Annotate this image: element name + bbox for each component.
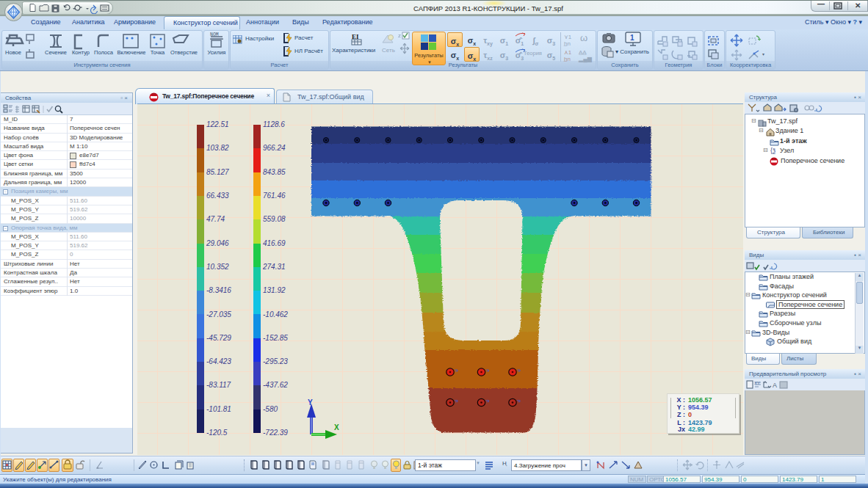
svg-text:z: z	[398, 32, 401, 39]
svg-text:1: 1	[630, 34, 634, 42]
svg-text:Y: Y	[308, 398, 313, 407]
svg-text:A: A	[773, 382, 777, 389]
svg-text:XY: XY	[754, 381, 760, 385]
svg-text:X: X	[334, 423, 339, 431]
